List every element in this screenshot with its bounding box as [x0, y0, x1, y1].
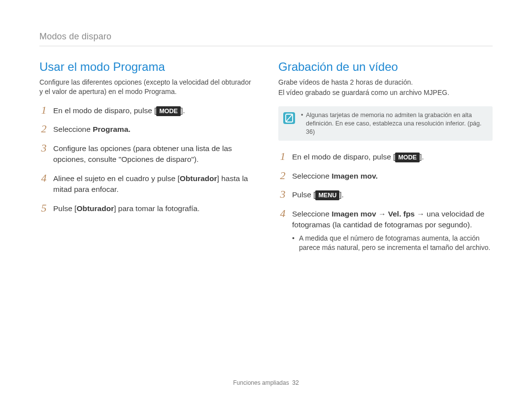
menu-button-label: MENU	[315, 190, 339, 200]
bold-text: Obturador	[76, 204, 114, 213]
step-number: 5	[39, 203, 48, 214]
mode-button-label: MODE	[156, 106, 181, 116]
text-run: ].	[420, 153, 424, 161]
step-number: 4	[278, 208, 287, 219]
step-number: 3	[39, 143, 48, 154]
list-item: 2 Seleccione Imagen mov.	[278, 171, 493, 182]
text-run: En el modo de disparo, pulse [	[53, 106, 156, 115]
list-item: 3 Configure las opciones (para obtener u…	[39, 143, 254, 165]
list-item: 2 Seleccione Programa.	[39, 124, 254, 135]
text-run: Seleccione	[292, 172, 332, 180]
sub-bullet: A medida que el número de fotogramas aum…	[292, 234, 493, 253]
text-run: Alinee el sujeto en el cuadro y pulse [	[53, 174, 180, 183]
step-text: Pulse [Obturador] para tomar la fotograf…	[53, 203, 200, 214]
bold-text: Programa.	[93, 125, 131, 133]
step-number: 2	[39, 123, 48, 134]
step-number: 4	[39, 173, 48, 184]
footer-section: Funciones ampliadas	[233, 379, 289, 386]
bold-text: Imagen mov.	[332, 172, 378, 180]
step-number: 1	[39, 105, 48, 116]
text-run: En el modo de disparo, pulse [	[292, 153, 395, 161]
text-run: Seleccione	[53, 125, 93, 133]
bold-text: Obturador	[180, 174, 217, 183]
right-intro-text-1: Grabe vídeos de hasta 2 horas de duració…	[278, 78, 493, 87]
mode-button-label: MODE	[395, 153, 420, 162]
two-column-layout: Usar el modo Programa Configure las dife…	[39, 60, 493, 261]
breadcrumb: Modos de disparo	[39, 31, 493, 46]
step-text: En el modo de disparo, pulse [MODE].	[53, 105, 185, 116]
step-text: Seleccione Imagen mov → Vel. fps → una v…	[292, 209, 493, 253]
left-section-title: Usar el modo Programa	[39, 60, 254, 74]
step-text: En el modo de disparo, pulse [MODE].	[292, 152, 424, 162]
svg-line-1	[286, 114, 293, 122]
page-footer: Funciones ampliadas 32	[0, 379, 532, 386]
text-run: ].	[181, 106, 185, 115]
bold-text: Vel. fps	[388, 210, 415, 218]
step-number: 3	[278, 189, 287, 200]
text-run: Pulse [	[292, 190, 315, 199]
note-icon	[283, 112, 295, 124]
list-item: 5 Pulse [Obturador] para tomar la fotogr…	[39, 203, 254, 214]
left-intro-text: Configure las diferentes opciones (excep…	[39, 78, 254, 96]
document-page: Modos de disparo Usar el modo Programa C…	[0, 0, 532, 401]
step-text: Seleccione Programa.	[53, 124, 131, 135]
sub-bullet-list: A medida que el número de fotogramas aum…	[292, 234, 493, 253]
right-intro-text-2: El vídeo grabado se guardará como un arc…	[278, 88, 493, 97]
note-bullet: Algunas tarjetas de memoria no admiten l…	[301, 111, 486, 136]
right-section-title: Grabación de un vídeo	[278, 60, 493, 74]
note-text: Algunas tarjetas de memoria no admiten l…	[301, 111, 486, 136]
list-item: 1 En el modo de disparo, pulse [MODE].	[39, 105, 254, 116]
list-item: 4 Alinee el sujeto en el cuadro y pulse …	[39, 173, 254, 195]
page-number: 32	[292, 379, 299, 386]
bold-text: Imagen mov	[332, 210, 376, 218]
step-text: Pulse [MENU].	[292, 189, 344, 200]
step-number: 2	[278, 170, 287, 181]
list-item: 4 Seleccione Imagen mov → Vel. fps → una…	[278, 209, 493, 253]
text-run: ] para tomar la fotografía.	[114, 204, 200, 213]
text-run: ].	[339, 190, 344, 199]
left-steps-list: 1 En el modo de disparo, pulse [MODE]. 2…	[39, 105, 254, 214]
right-steps-list: 1 En el modo de disparo, pulse [MODE]. 2…	[278, 152, 493, 253]
text-run: Seleccione	[292, 210, 332, 218]
list-item: 1 En el modo de disparo, pulse [MODE].	[278, 152, 493, 162]
text-run: →	[376, 210, 388, 218]
note-callout: Algunas tarjetas de memoria no admiten l…	[278, 106, 493, 141]
step-text: Seleccione Imagen mov.	[292, 171, 378, 182]
list-item: 3 Pulse [MENU].	[278, 189, 493, 200]
left-column: Usar el modo Programa Configure las dife…	[39, 60, 254, 261]
step-text: Configure las opciones (para obtener una…	[53, 143, 254, 165]
right-column: Grabación de un vídeo Grabe vídeos de ha…	[278, 60, 493, 261]
step-text: Alinee el sujeto en el cuadro y pulse [O…	[53, 173, 254, 195]
step-number: 1	[278, 151, 287, 162]
text-run: Pulse [	[53, 204, 76, 213]
